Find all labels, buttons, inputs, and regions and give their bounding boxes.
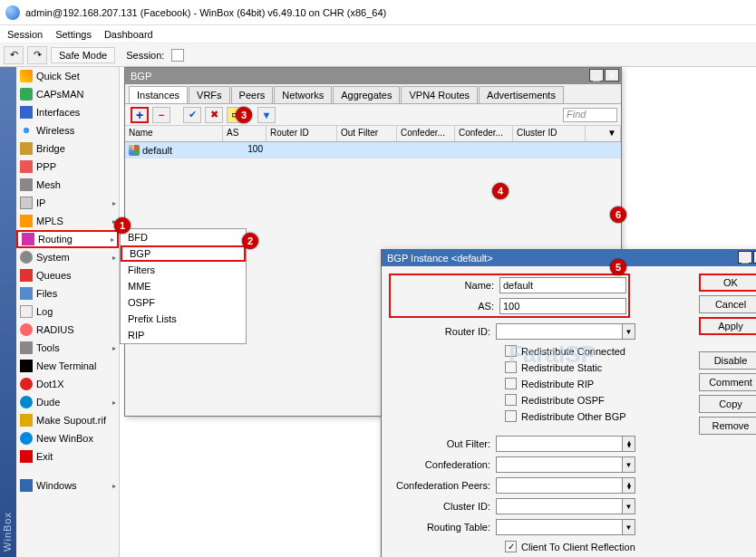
sidebar-item-ppp[interactable]: PPP [16,158,119,176]
cluster-input[interactable] [496,498,623,514]
submenu-item-bfd[interactable]: BFD [121,229,246,245]
bgp-close-icon[interactable]: ✕ [605,69,619,82]
submenu-item-mme[interactable]: MME [121,278,246,294]
sidebar-item-new-winbox[interactable]: New WinBox [16,429,119,447]
redo-button[interactable]: ↷ [27,46,47,64]
col-confeder-[interactable]: Confeder... [397,126,455,141]
badge-6: 6 [610,206,626,223]
ic-br-icon [20,142,33,155]
sidebar-item-queues[interactable]: Queues [16,266,119,284]
routing-submenu: BFDBGPFiltersMMEOSPFPrefix ListsRIP [120,228,247,344]
menu-dashboard[interactable]: Dashboard [104,29,153,40]
sidebar-item-system[interactable]: System▸ [16,248,119,266]
tab-networks[interactable]: Networks [274,86,332,103]
dlg-min-icon[interactable]: ▁ [738,251,752,264]
col-as[interactable]: AS [223,126,267,141]
checkbox-redistribute-rip[interactable] [505,378,517,389]
sidebar-item-dude[interactable]: Dude▸ [16,393,119,411]
sidebar-item-capsman[interactable]: CAPsMAN [16,85,119,103]
disable-button[interactable]: Disable [699,351,756,370]
enable-button[interactable]: ✔ [183,107,201,123]
col-router-id[interactable]: Router ID [267,126,337,141]
tab-vpn4-routes[interactable]: VPN4 Routes [401,86,478,103]
sidebar-item-radius[interactable]: RADIUS [16,321,119,339]
sidebar-item-mesh[interactable]: Mesh [16,176,119,194]
safe-mode-button[interactable]: Safe Mode [51,47,115,63]
tab-vrfs[interactable]: VRFs [189,86,230,103]
sidebar-item-ip[interactable]: IP▸ [16,194,119,212]
sidebar-item-exit[interactable]: Exit [16,447,119,466]
tab-instances[interactable]: Instances [129,86,188,103]
dialog-header[interactable]: BGP Instance <default> ▁ ✕ [382,250,756,266]
col-cluster-id[interactable]: Cluster ID [513,126,586,141]
confed-dropdown-icon[interactable]: ▼ [623,456,635,473]
disable-button[interactable]: ✖ [205,107,223,123]
menu-settings[interactable]: Settings [55,29,92,40]
bgp-min-icon[interactable]: ▁ [589,69,604,82]
col-confeder-[interactable]: Confeder... [455,126,513,141]
rtable-input[interactable] [496,519,623,535]
routerid-dropdown-icon[interactable]: ▼ [623,323,635,340]
remove-button[interactable]: − [152,107,170,123]
confedp-arrow-icon[interactable]: ⧫ [623,477,635,494]
c2c-checkbox[interactable] [505,541,517,552]
sidebar-item-files[interactable]: Files [16,284,119,303]
submenu-item-filters[interactable]: Filters [121,262,246,278]
sidebar-item-bridge[interactable]: Bridge [16,139,119,158]
add-button[interactable]: + [131,107,149,123]
copy-button[interactable]: Copy [699,395,756,413]
left-rail: WinBox [0,67,16,557]
cancel-button[interactable]: Cancel [699,295,756,313]
sidebar-item-tools[interactable]: Tools▸ [16,339,119,357]
ok-button[interactable]: OK [699,274,756,292]
undo-button[interactable]: ↶ [4,46,24,64]
comment-button[interactable]: Comment [699,373,756,391]
sidebar-item-quick-set[interactable]: Quick Set [16,67,119,85]
apply-button[interactable]: Apply [699,317,756,335]
sidebar-item-routing[interactable]: Routing▸ [16,230,119,248]
sidebar-item-dot1x[interactable]: Dot1X [16,375,119,393]
ic-if-icon [20,106,33,119]
submenu-item-rip[interactable]: RIP [121,327,246,343]
ic-ppp-icon [20,160,33,173]
sidebar-item-make-supout-rif[interactable]: Make Supout.rif [16,411,119,429]
sidebar-item-windows[interactable]: Windows▸ [16,476,119,495]
submenu-item-prefix-lists[interactable]: Prefix Lists [121,311,246,327]
as-input[interactable] [499,298,626,314]
submenu-item-bgp[interactable]: BGP [121,245,246,262]
submenu-item-ospf[interactable]: OSPF [121,294,246,311]
routerid-input[interactable] [496,323,623,340]
filter-button[interactable]: ▼ [257,107,276,123]
outfilter-arrow-icon[interactable]: ⧫ [623,436,635,452]
col-out-filter[interactable]: Out Filter [337,126,397,141]
tab-advertisements[interactable]: Advertisements [479,86,564,103]
row-as: 100 [223,142,267,158]
find-input[interactable]: Find [563,108,617,122]
col-name[interactable]: Name [125,126,223,141]
sidebar-item-wireless[interactable]: Wireless [16,121,119,139]
sidebar-item-interfaces[interactable]: Interfaces [16,103,119,121]
rtable-label: Routing Table: [389,522,496,533]
checkbox-redistribute-other-bgp[interactable] [505,410,517,422]
confedp-input[interactable] [496,477,623,494]
tab-peers[interactable]: Peers [231,86,274,103]
bgp-tabs: InstancesVRFsPeersNetworksAggregatesVPN4… [125,84,621,104]
checkbox-redistribute-static[interactable] [505,361,517,373]
rtable-dropdown-icon[interactable]: ▼ [623,519,635,535]
sidebar-item-new-terminal[interactable]: New Terminal [16,357,119,375]
session-box[interactable] [171,49,184,62]
sidebar-item-log[interactable]: Log [16,303,119,321]
col-menu-icon[interactable]: ▼ [586,126,621,141]
checkbox-redistribute-ospf[interactable] [505,394,517,406]
bgp-window-header[interactable]: BGP ▁ ✕ [125,68,621,84]
checkbox-redistribute-connected[interactable] [505,345,517,357]
confed-input[interactable] [496,456,623,473]
name-input[interactable] [499,277,626,293]
tab-aggregates[interactable]: Aggregates [333,86,400,103]
outfilter-input[interactable] [496,436,623,452]
cluster-dropdown-icon[interactable]: ▼ [623,498,635,514]
remove-button[interactable]: Remove [699,417,756,435]
menu-session[interactable]: Session [7,29,43,40]
sidebar-item-mpls[interactable]: MPLS▸ [16,212,119,230]
table-row[interactable]: default 100 [125,142,621,158]
